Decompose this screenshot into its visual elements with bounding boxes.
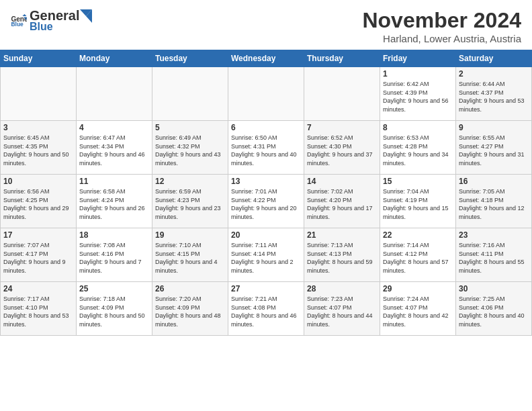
day-info: Sunrise: 6:42 AM Sunset: 4:39 PM Dayligh… (383, 80, 453, 113)
day-number: 9 (459, 123, 529, 132)
day-info: Sunrise: 7:23 AM Sunset: 4:07 PM Dayligh… (307, 295, 377, 328)
day-number: 20 (231, 230, 301, 240)
day-info: Sunrise: 7:18 AM Sunset: 4:09 PM Dayligh… (79, 295, 149, 328)
day-info: Sunrise: 7:16 AM Sunset: 4:11 PM Dayligh… (459, 241, 529, 275)
calendar-cell: 14Sunrise: 7:02 AM Sunset: 4:20 PM Dayli… (304, 175, 380, 228)
calendar-week-2: 10Sunrise: 6:56 AM Sunset: 4:25 PM Dayli… (1, 175, 532, 228)
day-number: 19 (155, 230, 225, 240)
calendar-cell (304, 67, 380, 121)
calendar-cell: 8Sunrise: 6:53 AM Sunset: 4:28 PM Daylig… (380, 121, 456, 175)
day-number: 2 (459, 69, 529, 79)
calendar-cell (228, 67, 304, 121)
calendar-table: Sunday Monday Tuesday Wednesday Thursday… (0, 50, 532, 336)
day-info: Sunrise: 7:02 AM Sunset: 4:20 PM Dayligh… (307, 187, 377, 221)
calendar-cell: 15Sunrise: 7:04 AM Sunset: 4:19 PM Dayli… (380, 175, 456, 228)
day-number: 3 (3, 123, 73, 132)
day-info: Sunrise: 7:10 AM Sunset: 4:15 PM Dayligh… (155, 241, 225, 275)
calendar-cell: 26Sunrise: 7:20 AM Sunset: 4:09 PM Dayli… (152, 282, 228, 336)
day-info: Sunrise: 7:11 AM Sunset: 4:14 PM Dayligh… (231, 241, 301, 275)
calendar-cell: 11Sunrise: 6:58 AM Sunset: 4:24 PM Dayli… (77, 175, 152, 228)
day-info: Sunrise: 7:08 AM Sunset: 4:16 PM Dayligh… (79, 241, 149, 275)
calendar-cell: 12Sunrise: 6:59 AM Sunset: 4:23 PM Dayli… (152, 175, 228, 228)
day-number: 22 (383, 230, 453, 240)
day-info: Sunrise: 6:53 AM Sunset: 4:28 PM Dayligh… (383, 134, 453, 167)
header-tuesday: Tuesday (152, 50, 228, 67)
month-title: November 2024 (362, 8, 521, 33)
svg-text:Blue: Blue (11, 21, 24, 28)
day-number: 17 (3, 230, 73, 240)
day-info: Sunrise: 7:24 AM Sunset: 4:07 PM Dayligh… (383, 295, 453, 328)
header-monday: Monday (77, 50, 152, 67)
header-thursday: Thursday (304, 50, 380, 67)
day-info: Sunrise: 7:25 AM Sunset: 4:06 PM Dayligh… (459, 295, 529, 328)
day-number: 16 (459, 177, 529, 186)
calendar-cell: 29Sunrise: 7:24 AM Sunset: 4:07 PM Dayli… (380, 282, 456, 336)
calendar-cell: 28Sunrise: 7:23 AM Sunset: 4:07 PM Dayli… (304, 282, 380, 336)
logo-icon: General Blue (11, 14, 27, 28)
calendar-week-0: 1Sunrise: 6:42 AM Sunset: 4:39 PM Daylig… (1, 67, 532, 121)
calendar-cell: 19Sunrise: 7:10 AM Sunset: 4:15 PM Dayli… (152, 228, 228, 282)
calendar-cell (152, 67, 228, 121)
calendar-cell (1, 67, 77, 121)
day-number: 21 (307, 230, 377, 240)
day-number: 12 (155, 177, 225, 186)
day-info: Sunrise: 7:17 AM Sunset: 4:10 PM Dayligh… (3, 295, 73, 328)
day-info: Sunrise: 6:59 AM Sunset: 4:23 PM Dayligh… (155, 187, 225, 221)
calendar-cell: 2Sunrise: 6:44 AM Sunset: 4:37 PM Daylig… (456, 67, 532, 121)
day-info: Sunrise: 6:56 AM Sunset: 4:25 PM Dayligh… (3, 187, 73, 221)
day-number: 30 (459, 284, 529, 293)
day-info: Sunrise: 7:07 AM Sunset: 4:17 PM Dayligh… (3, 241, 73, 275)
calendar-cell: 6Sunrise: 6:50 AM Sunset: 4:31 PM Daylig… (228, 121, 304, 175)
day-number: 6 (231, 123, 301, 132)
day-info: Sunrise: 6:47 AM Sunset: 4:34 PM Dayligh… (79, 134, 149, 167)
calendar-cell: 23Sunrise: 7:16 AM Sunset: 4:11 PM Dayli… (456, 228, 532, 282)
day-info: Sunrise: 6:45 AM Sunset: 4:35 PM Dayligh… (3, 134, 73, 167)
day-info: Sunrise: 6:49 AM Sunset: 4:32 PM Dayligh… (155, 134, 225, 167)
calendar-cell: 22Sunrise: 7:14 AM Sunset: 4:12 PM Dayli… (380, 228, 456, 282)
header-sunday: Sunday (1, 50, 77, 67)
day-info: Sunrise: 6:52 AM Sunset: 4:30 PM Dayligh… (307, 134, 377, 167)
calendar-cell: 17Sunrise: 7:07 AM Sunset: 4:17 PM Dayli… (1, 228, 77, 282)
calendar-week-4: 24Sunrise: 7:17 AM Sunset: 4:10 PM Dayli… (1, 282, 532, 336)
calendar-cell: 30Sunrise: 7:25 AM Sunset: 4:06 PM Dayli… (456, 282, 532, 336)
day-info: Sunrise: 6:58 AM Sunset: 4:24 PM Dayligh… (79, 187, 149, 221)
day-number: 1 (383, 69, 453, 79)
day-number: 11 (79, 177, 149, 186)
calendar-cell: 3Sunrise: 6:45 AM Sunset: 4:35 PM Daylig… (1, 121, 77, 175)
day-info: Sunrise: 7:20 AM Sunset: 4:09 PM Dayligh… (155, 295, 225, 328)
day-info: Sunrise: 7:21 AM Sunset: 4:08 PM Dayligh… (231, 295, 301, 328)
calendar-body: 1Sunrise: 6:42 AM Sunset: 4:39 PM Daylig… (1, 67, 532, 336)
day-number: 25 (79, 284, 149, 293)
day-number: 24 (3, 284, 73, 293)
logo-triangle-icon (80, 9, 92, 23)
day-number: 15 (383, 177, 453, 186)
day-number: 13 (231, 177, 301, 186)
day-number: 14 (307, 177, 377, 186)
logo: General Blue General Blue (11, 8, 93, 33)
header: General Blue General Blue November 2024 … (0, 0, 532, 50)
day-info: Sunrise: 6:44 AM Sunset: 4:37 PM Dayligh… (459, 80, 529, 113)
calendar-cell: 4Sunrise: 6:47 AM Sunset: 4:34 PM Daylig… (77, 121, 152, 175)
calendar-cell: 7Sunrise: 6:52 AM Sunset: 4:30 PM Daylig… (304, 121, 380, 175)
calendar-cell: 25Sunrise: 7:18 AM Sunset: 4:09 PM Dayli… (77, 282, 152, 336)
calendar-cell: 20Sunrise: 7:11 AM Sunset: 4:14 PM Dayli… (228, 228, 304, 282)
day-info: Sunrise: 6:50 AM Sunset: 4:31 PM Dayligh… (231, 134, 301, 167)
calendar-cell: 1Sunrise: 6:42 AM Sunset: 4:39 PM Daylig… (380, 67, 456, 121)
day-number: 8 (383, 123, 453, 132)
calendar-cell: 13Sunrise: 7:01 AM Sunset: 4:22 PM Dayli… (228, 175, 304, 228)
day-info: Sunrise: 7:14 AM Sunset: 4:12 PM Dayligh… (383, 241, 453, 275)
header-saturday: Saturday (456, 50, 532, 67)
day-number: 5 (155, 123, 225, 132)
day-number: 26 (155, 284, 225, 293)
calendar-cell (77, 67, 152, 121)
calendar-cell: 10Sunrise: 6:56 AM Sunset: 4:25 PM Dayli… (1, 175, 77, 228)
day-number: 28 (307, 284, 377, 293)
calendar-cell: 27Sunrise: 7:21 AM Sunset: 4:08 PM Dayli… (228, 282, 304, 336)
calendar-cell: 5Sunrise: 6:49 AM Sunset: 4:32 PM Daylig… (152, 121, 228, 175)
day-info: Sunrise: 6:55 AM Sunset: 4:27 PM Dayligh… (459, 134, 529, 167)
calendar-week-3: 17Sunrise: 7:07 AM Sunset: 4:17 PM Dayli… (1, 228, 532, 282)
day-number: 27 (231, 284, 301, 293)
title-area: November 2024 Harland, Lower Austria, Au… (362, 8, 521, 44)
day-info: Sunrise: 7:13 AM Sunset: 4:13 PM Dayligh… (307, 241, 377, 275)
calendar-week-1: 3Sunrise: 6:45 AM Sunset: 4:35 PM Daylig… (1, 121, 532, 175)
